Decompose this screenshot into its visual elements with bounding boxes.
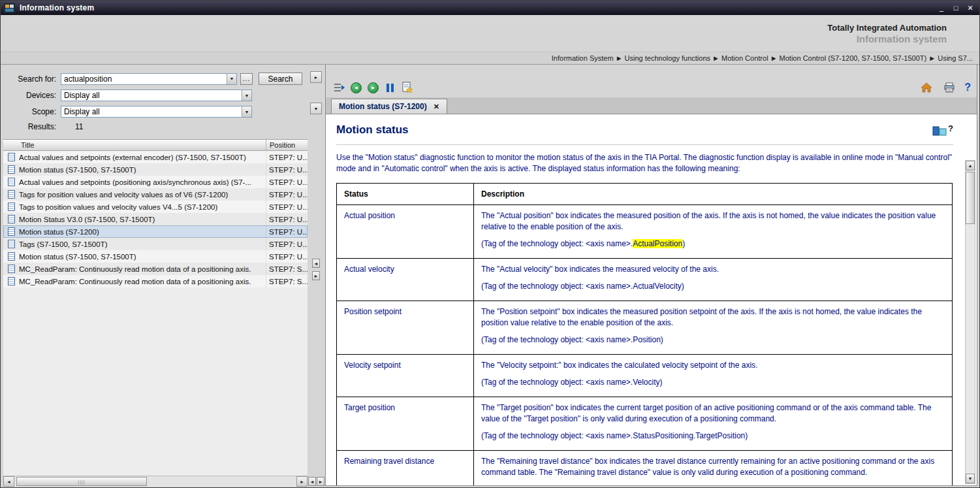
main-area: Search for: actualposition ▼ ... Search … (1, 65, 979, 487)
pause-loading-icon[interactable] (383, 80, 398, 95)
result-row[interactable]: MC_ReadParam: Continuously read motion d… (3, 263, 308, 275)
results-label: Results: (3, 122, 61, 131)
window-controls: _ □ ✕ (936, 3, 976, 13)
results-count: 11 (61, 122, 83, 131)
horizontal-scrollbar[interactable]: ◄ |||| ► (3, 476, 308, 487)
add-favorite-icon[interactable] (400, 80, 415, 95)
document-icon (8, 203, 15, 211)
tab-label: Motion status (S7-1200) (339, 102, 427, 111)
search-hit-highlight: ActualPosition (633, 239, 682, 248)
tia-portal-icon (4, 3, 15, 13)
document-icon (8, 252, 15, 261)
back-button[interactable]: ◄ (349, 80, 364, 95)
column-header-title[interactable]: Title (3, 140, 266, 150)
collapse-down-button[interactable]: ▼ (310, 103, 322, 114)
result-row[interactable]: Actual values and setpoints (external en… (3, 151, 308, 163)
result-title: MC_ReadParam: Continuously read motion d… (19, 278, 266, 285)
result-row[interactable]: Motion status (S7-1500, S7-1500T) STEP7:… (3, 250, 308, 263)
search-input-value: actualposition (61, 74, 227, 84)
description-text: The "Target position" box indicates the … (481, 402, 945, 425)
result-row[interactable]: Tags for position values and velocity va… (3, 188, 308, 201)
results-rows: Actual values and setpoints (external en… (3, 151, 308, 287)
vertical-scrollbar-thumb[interactable] (966, 172, 975, 224)
result-position: STEP7: U... (266, 238, 308, 250)
help-document: Motion status ? Use the "Motion status" … (326, 114, 977, 485)
scroll-right-icon[interactable]: ► (296, 476, 308, 487)
result-row[interactable]: Tags to position values and velocity val… (3, 201, 308, 213)
status-cell: Remaining travel distance (337, 450, 474, 485)
show-contents-pane-icon[interactable]: ? (932, 123, 953, 137)
tag-prefix: (Tag of the technology object: <axis nam… (481, 239, 633, 248)
description-cell: The "Actual velocity" box indicates the … (474, 258, 953, 301)
forward-button[interactable]: ► (366, 80, 381, 95)
column-header-position[interactable]: Position (266, 140, 308, 150)
tab-close-icon[interactable]: ✕ (434, 103, 439, 111)
result-title: Actual values and setpoints (positioning… (19, 178, 266, 186)
table-header-row: Status Description (337, 183, 953, 204)
description-text: The "Velocity setpoint:" box indicates t… (481, 360, 945, 371)
description-cell: The "Target position" box indicates the … (474, 397, 953, 450)
splitter-collapse-left-button[interactable]: ◄ (312, 259, 320, 268)
result-row[interactable]: MC_ReadParam: Continuously read motion d… (3, 275, 308, 287)
tag-line: (Tag of the technology object: <axis nam… (481, 238, 945, 250)
result-row[interactable]: Motion status (S7-1500, S7-1500T) STEP7:… (3, 163, 308, 176)
help-icon[interactable]: ? (964, 82, 971, 93)
result-row[interactable]: Motion Status V3.0 (S7-1500, S7-1500T) S… (3, 213, 308, 225)
help-toolbar: ◄ ► (326, 78, 977, 97)
result-position: STEP7: U... (266, 163, 308, 176)
splitter-bottom-left-button[interactable]: ◄ (308, 477, 316, 486)
horizontal-scrollbar-thumb[interactable]: |||| (16, 477, 147, 486)
result-row-selected[interactable]: Motion status (S7-1200) STEP7: U... (3, 225, 308, 238)
search-dropdown-icon[interactable]: ▼ (227, 74, 236, 84)
brand-band: Totally Integrated Automation Informatio… (1, 15, 979, 52)
vertical-scrollbar-track[interactable] (966, 171, 975, 474)
scope-dropdown-icon[interactable]: ▼ (242, 106, 251, 117)
tag-line: (Tag of the technology object: <axis nam… (481, 281, 945, 292)
scroll-left-icon[interactable]: ◄ (3, 476, 14, 487)
breadcrumb[interactable]: Information System ► Using technology fu… (1, 52, 979, 65)
intro-paragraph: Use the "Motion status" diagnostic funct… (336, 152, 953, 174)
search-form: Search for: actualposition ▼ ... Search … (3, 65, 308, 131)
result-position: STEP7: U... (266, 201, 308, 213)
scroll-up-icon[interactable]: ▲ (966, 161, 975, 171)
result-row[interactable]: Actual values and setpoints (positioning… (3, 176, 308, 188)
document-icon (8, 265, 15, 273)
horizontal-scrollbar-track[interactable]: |||| (14, 476, 296, 487)
table-row-velocity-setpoint: Velocity setpoint The "Velocity setpoint… (337, 354, 953, 397)
document-icon (8, 178, 15, 186)
status-cell: Actual position (337, 204, 474, 258)
tag-prefix: (Tag of the technology object: <axis nam… (481, 282, 684, 291)
search-input[interactable]: actualposition ▼ (61, 73, 237, 85)
scope-select[interactable]: Display all ▼ (61, 106, 252, 118)
result-position: STEP7: U... (266, 250, 308, 263)
title-bar: Information system _ □ ✕ (1, 1, 979, 15)
result-row[interactable]: Tags (S7-1500, S7-1500T) STEP7: U... (3, 238, 308, 250)
result-title: Tags to position values and velocity val… (19, 203, 266, 211)
expand-contents-button[interactable]: ► (310, 71, 322, 83)
panel-splitter[interactable]: ► ▼ ◄ ► ◄ ► (308, 65, 325, 487)
vertical-scrollbar[interactable]: ▲ ▼ (965, 160, 975, 484)
result-position: STEP7: U... (266, 176, 308, 188)
devices-value: Display all (61, 90, 242, 101)
browse-button[interactable]: ... (240, 73, 253, 85)
scroll-down-icon[interactable]: ▼ (966, 474, 975, 483)
print-icon[interactable] (941, 80, 956, 95)
document-icon (8, 240, 15, 248)
splitter-expand-right-button[interactable]: ► (312, 271, 320, 280)
tag-suffix: ) (682, 239, 685, 248)
search-button[interactable]: Search (259, 73, 302, 85)
window-title: Information system (20, 3, 94, 12)
minimize-button[interactable]: _ (936, 3, 947, 13)
tab-motion-status[interactable]: Motion status (S7-1200) ✕ (331, 99, 447, 114)
devices-select[interactable]: Display all ▼ (61, 89, 252, 101)
result-position: STEP7: U... (266, 151, 308, 163)
description-cell: The "Remaining travel distance" box indi… (474, 450, 953, 485)
home-icon[interactable] (919, 80, 934, 95)
close-button[interactable]: ✕ (964, 3, 976, 13)
splitter-bottom-right-button[interactable]: ► (317, 477, 324, 486)
locate-in-contents-icon[interactable] (332, 80, 347, 95)
devices-dropdown-icon[interactable]: ▼ (242, 90, 251, 101)
result-title: Motion Status V3.0 (S7-1500, S7-1500T) (19, 216, 266, 223)
maximize-button[interactable]: □ (950, 3, 962, 13)
information-system-window: Information system _ □ ✕ Totally Integra… (0, 0, 980, 488)
